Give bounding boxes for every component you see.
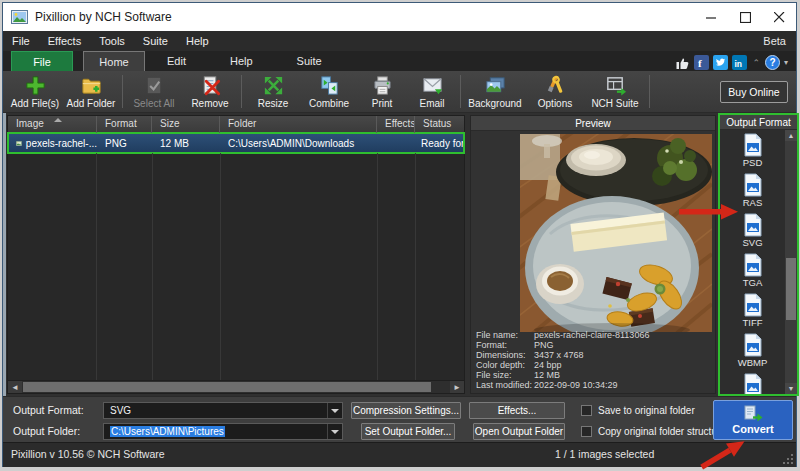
image-thumbnail-icon <box>16 138 22 149</box>
convert-icon <box>743 405 763 422</box>
info-value: 24 bpp <box>534 360 562 370</box>
bottom-panel: Output Format: SVG Compression Settings.… <box>3 396 796 442</box>
scrollbar-thumb[interactable] <box>23 382 431 392</box>
file-format-icon <box>743 213 763 237</box>
scroll-down-icon[interactable]: ▼ <box>785 383 797 394</box>
scrollbar-thumb[interactable] <box>786 258 796 320</box>
help-dropdown-icon[interactable]: ▾ <box>784 58 788 67</box>
save-to-original-label: Save to original folder <box>598 405 695 416</box>
buy-online-button[interactable]: Buy Online <box>720 81 788 103</box>
svg-text:in: in <box>735 58 743 68</box>
format-item-tga[interactable]: TGA <box>720 250 785 290</box>
format-item-partial[interactable] <box>720 370 785 394</box>
format-item-svg[interactable]: SVG <box>720 210 785 250</box>
info-value: 2022-09-09 10:34:29 <box>534 380 618 390</box>
preview-header: Preview <box>471 116 715 131</box>
set-output-folder-button[interactable]: Set Output Folder... <box>361 423 455 440</box>
tab-suite[interactable]: Suite <box>275 51 344 71</box>
resize-button[interactable]: Resize <box>245 71 301 112</box>
email-button[interactable]: Email <box>407 71 457 112</box>
horizontal-scrollbar[interactable]: ◄ ► <box>8 380 464 393</box>
menu-help[interactable]: Help <box>177 31 218 51</box>
tab-edit[interactable]: Edit <box>145 51 208 71</box>
select-all-icon <box>143 74 166 97</box>
format-item-wbmp[interactable]: WBMP <box>720 330 785 370</box>
column-header-format[interactable]: Format <box>97 116 152 133</box>
tab-help[interactable]: Help <box>208 51 275 71</box>
column-header-folder[interactable]: Folder <box>220 116 377 133</box>
output-folder-input[interactable]: C:\Users\ADMIN\Pictures <box>103 423 343 440</box>
effects-button[interactable]: Effects... <box>469 402 565 419</box>
background-button[interactable]: Background <box>464 71 526 112</box>
scroll-left-icon[interactable]: ◄ <box>8 381 22 393</box>
collapse-ribbon-icon[interactable]: ⌃ <box>752 58 760 68</box>
open-output-folder-button[interactable]: Open Output Folder <box>473 423 565 440</box>
info-label: Color depth: <box>476 360 534 370</box>
compression-settings-button[interactable]: Compression Settings... <box>351 402 461 419</box>
linkedin-icon[interactable]: in <box>732 55 747 70</box>
toolbar-separator <box>649 75 650 108</box>
chevron-down-icon[interactable] <box>327 403 342 418</box>
toolbar-separator <box>122 75 123 108</box>
toolbar-separator <box>241 75 242 108</box>
facebook-icon[interactable]: f <box>694 55 709 70</box>
format-item-psd[interactable]: PSD <box>720 130 785 170</box>
menu-file[interactable]: File <box>3 31 39 51</box>
row-status: Ready for <box>415 138 464 149</box>
save-to-original-checkbox[interactable] <box>581 405 592 416</box>
toolbar-separator <box>460 75 461 108</box>
info-label: File name: <box>476 330 534 340</box>
svg-text:f: f <box>698 57 702 68</box>
resize-grip[interactable] <box>782 453 794 465</box>
format-item-ras[interactable]: RAS <box>720 170 785 210</box>
remove-button[interactable]: Remove <box>182 71 238 112</box>
maximize-button[interactable] <box>728 3 762 31</box>
social-bar: f in ⌃ ? ▾ <box>675 55 788 70</box>
minimize-button[interactable] <box>694 3 728 31</box>
close-button[interactable] <box>762 3 796 31</box>
info-label: Dimensions: <box>476 350 534 360</box>
add-folder-button[interactable]: Add Folder <box>63 71 119 112</box>
print-icon <box>371 74 394 97</box>
tab-home[interactable]: Home <box>83 51 145 71</box>
file-format-icon <box>743 173 763 197</box>
ribbon-toolbar: Add File(s) Add Folder Select All Remove… <box>3 71 796 113</box>
output-format-select[interactable]: SVG <box>103 402 343 419</box>
print-button[interactable]: Print <box>357 71 407 112</box>
nch-suite-button[interactable]: NCH Suite <box>584 71 646 112</box>
scroll-up-icon[interactable]: ▲ <box>785 130 797 141</box>
menu-tools[interactable]: Tools <box>90 31 134 51</box>
file-info: File name:pexels-rachel-claire-8113066 F… <box>476 330 649 390</box>
help-icon[interactable]: ? <box>765 55 780 70</box>
menu-suite[interactable]: Suite <box>134 31 177 51</box>
twitter-icon[interactable] <box>713 55 728 70</box>
column-header-status[interactable]: Status <box>415 116 464 133</box>
combine-button[interactable]: Combine <box>301 71 357 112</box>
file-format-icon <box>743 133 763 157</box>
tab-file[interactable]: File <box>11 51 73 71</box>
titlebar: Pixillion by NCH Software <box>3 3 796 31</box>
row-size: 12 MB <box>152 138 220 149</box>
nch-suite-icon <box>604 74 627 97</box>
format-item-tiff[interactable]: TIFF <box>720 290 785 330</box>
select-all-button[interactable]: Select All <box>126 71 182 112</box>
table-row-selected[interactable]: pexels-rachel-... PNG 12 MB C:\Users\ADM… <box>8 133 464 153</box>
add-files-button[interactable]: Add File(s) <box>7 71 63 112</box>
column-header-image[interactable]: Image <box>8 116 97 133</box>
column-header-size[interactable]: Size <box>152 116 220 133</box>
chevron-down-icon[interactable] <box>327 424 342 439</box>
copy-structure-label: Copy original folder structure <box>598 426 726 437</box>
menu-effects[interactable]: Effects <box>39 31 90 51</box>
options-button[interactable]: Options <box>526 71 584 112</box>
info-value: 12 MB <box>534 370 560 380</box>
output-format-label: Output Format: <box>13 404 84 416</box>
convert-button[interactable]: Convert <box>713 400 793 440</box>
info-value: pexels-rachel-claire-8113066 <box>534 330 649 340</box>
output-format-header: Output Format <box>720 115 797 130</box>
copy-structure-checkbox[interactable] <box>581 426 592 437</box>
column-header-effects[interactable]: Effects <box>377 116 415 133</box>
scroll-right-icon[interactable]: ► <box>450 381 464 393</box>
format-list: PSD RAS SVG TGA TIFF <box>720 130 785 394</box>
vertical-scrollbar[interactable]: ▲ ▼ <box>785 130 797 394</box>
like-icon[interactable] <box>675 56 690 70</box>
